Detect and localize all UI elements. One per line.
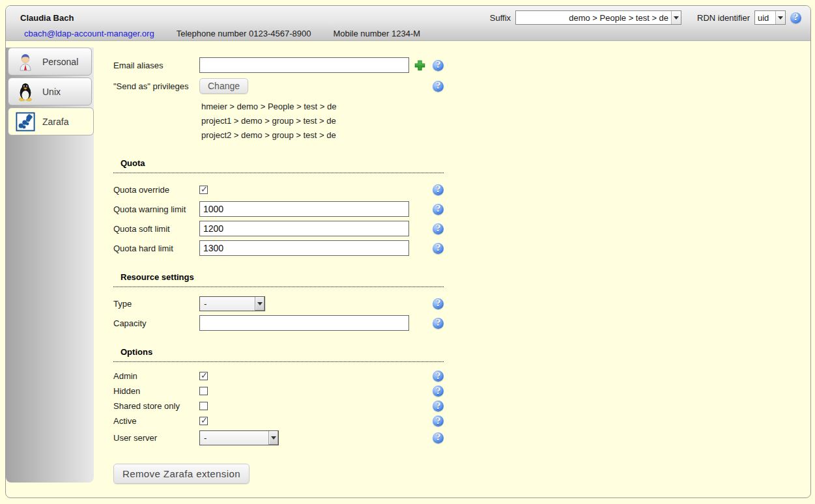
help-icon[interactable]: [433, 184, 444, 195]
suffix-label: Suffix: [490, 13, 511, 23]
mobile-number-text: Mobile number 1234-M: [333, 29, 420, 38]
user-server-select-value: -: [200, 433, 268, 443]
resource-settings-section-title: Resource settings: [121, 272, 194, 282]
send-as-entry-list: hmeier > demo > People > test > de proje…: [199, 97, 444, 144]
options-section-header: Options: [113, 347, 444, 362]
send-as-entry: project1 > demo > group > test > de: [201, 114, 444, 128]
tab-personal-label: Personal: [42, 57, 78, 67]
email-aliases-label: Email aliases: [113, 61, 199, 70]
chevron-down-icon[interactable]: [268, 431, 278, 445]
user-server-label: User server: [113, 433, 199, 443]
rdn-identifier-select[interactable]: uid: [754, 10, 786, 25]
help-icon[interactable]: [433, 298, 444, 309]
type-label: Type: [113, 299, 199, 309]
help-icon[interactable]: [433, 400, 444, 412]
tab-unix[interactable]: Unix: [8, 77, 92, 105]
remove-zarafa-extension-button[interactable]: Remove Zarafa extension: [113, 464, 250, 484]
rdn-select-value: uid: [755, 13, 775, 23]
hidden-label: Hidden: [113, 386, 199, 396]
quota-override-checkbox[interactable]: [199, 186, 208, 194]
send-as-entry: project2 > demo > group > test > de: [201, 128, 444, 143]
telephone-number-text: Telephone number 0123-4567-8900: [177, 29, 311, 38]
quota-soft-limit-input[interactable]: [199, 221, 409, 236]
quota-warning-limit-label: Quota warning limit: [113, 204, 199, 214]
tab-zarafa-label: Zarafa: [42, 117, 68, 127]
help-icon[interactable]: [433, 223, 444, 234]
chevron-down-icon[interactable]: [775, 11, 785, 24]
help-icon[interactable]: [433, 432, 444, 443]
zarafa-settings-form: Email aliases "Send as" privileges Chang…: [113, 55, 444, 484]
help-icon[interactable]: [433, 385, 444, 397]
page-title: Claudia Bach: [20, 13, 74, 23]
email-aliases-input[interactable]: [199, 57, 409, 73]
type-select-value: -: [200, 299, 255, 309]
suffix-select-value: demo > People > test > de: [516, 13, 671, 23]
help-icon[interactable]: [433, 243, 444, 254]
user-server-select[interactable]: -: [199, 430, 279, 445]
quota-section-header: Quota: [113, 158, 444, 173]
tab-zarafa[interactable]: Zarafa: [8, 107, 94, 135]
help-icon[interactable]: [433, 371, 444, 382]
help-icon[interactable]: [433, 81, 444, 92]
quota-override-label: Quota override: [113, 185, 199, 195]
capacity-label: Capacity: [113, 318, 199, 328]
active-checkbox[interactable]: [199, 417, 208, 425]
quota-section-title: Quota: [121, 158, 145, 168]
help-icon[interactable]: [790, 12, 801, 23]
account-edit-panel: Claudia Bach Suffix demo > People > test…: [5, 5, 811, 498]
add-email-alias-icon[interactable]: [414, 60, 425, 71]
rdn-identifier-label: RDN identifier: [697, 13, 750, 23]
change-send-as-button[interactable]: Change: [199, 78, 248, 94]
help-icon[interactable]: [433, 60, 444, 71]
options-section-title: Options: [121, 347, 152, 357]
send-as-entry: hmeier > demo > People > test > de: [201, 100, 444, 114]
send-as-privileges-label: "Send as" privileges: [113, 81, 199, 91]
tab-personal[interactable]: Personal: [8, 48, 92, 76]
person-icon: [16, 52, 35, 72]
titlebar: Claudia Bach Suffix demo > People > test…: [6, 6, 810, 41]
suffix-select[interactable]: demo > People > test > de: [515, 10, 681, 25]
tux-icon: [16, 82, 35, 102]
active-label: Active: [113, 416, 199, 426]
chevron-down-icon[interactable]: [671, 11, 681, 24]
chevron-down-icon[interactable]: [255, 297, 265, 311]
quota-hard-limit-input[interactable]: [199, 240, 409, 256]
zarafa-icon: [16, 112, 35, 132]
help-icon[interactable]: [433, 204, 444, 215]
quota-hard-limit-label: Quota hard limit: [113, 244, 199, 253]
body-area: Personal: [6, 41, 810, 498]
help-icon[interactable]: [433, 415, 444, 427]
shared-store-only-checkbox[interactable]: [199, 402, 208, 410]
module-tab-sidebar: Personal: [6, 48, 94, 483]
type-select[interactable]: -: [199, 296, 265, 311]
hidden-checkbox[interactable]: [199, 387, 208, 395]
tab-unix-label: Unix: [42, 87, 61, 97]
email-link[interactable]: cbach@ldap-account-manager.org: [24, 29, 154, 38]
admin-checkbox[interactable]: [199, 372, 208, 380]
resource-settings-section-header: Resource settings: [113, 272, 444, 287]
quota-soft-limit-label: Quota soft limit: [113, 224, 199, 234]
capacity-input[interactable]: [199, 315, 409, 331]
help-icon[interactable]: [433, 318, 444, 329]
quota-warning-limit-input[interactable]: [199, 201, 409, 217]
admin-label: Admin: [113, 371, 199, 381]
shared-store-only-label: Shared store only: [113, 401, 199, 411]
